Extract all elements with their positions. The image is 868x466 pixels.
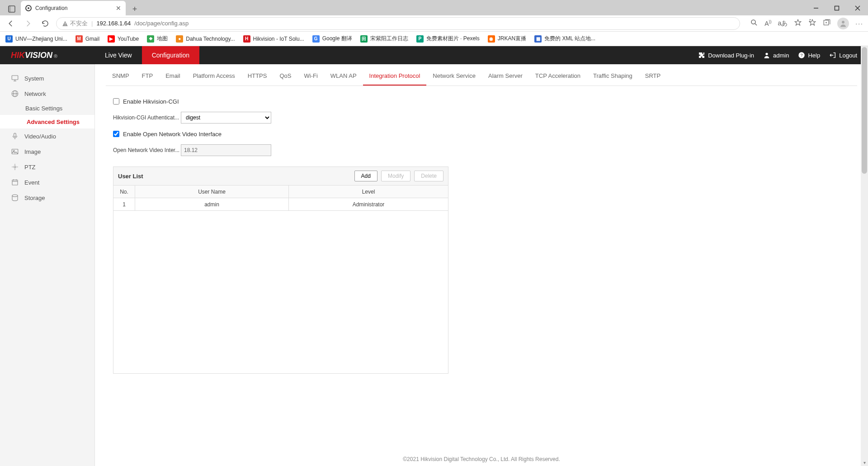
subtab-platform-access[interactable]: Platform Access xyxy=(187,67,241,86)
bookmark-item[interactable]: ◉JRKAN直播 xyxy=(488,35,526,43)
svg-rect-31 xyxy=(12,180,18,185)
subtab-wi-fi[interactable]: Wi-Fi xyxy=(297,67,324,86)
sidebar-item-video-audio[interactable]: Video/Audio xyxy=(0,128,94,144)
not-secure-icon: 不安全 xyxy=(62,19,88,28)
logout-icon xyxy=(829,52,836,59)
logout-link[interactable]: Logout xyxy=(829,52,857,59)
subtab-ftp[interactable]: FTP xyxy=(136,67,160,86)
subtab-tcp-acceleration[interactable]: TCP Acceleration xyxy=(529,67,587,86)
bookmark-item[interactable]: UUNV—Zhejiang Uni... xyxy=(5,35,67,43)
bookmark-label: UNV—Zhejiang Uni... xyxy=(15,36,67,42)
bookmark-favicon: G xyxy=(312,35,320,43)
tab-title: Configuration xyxy=(35,5,67,11)
scrollbar-down-arrow[interactable]: ▾ xyxy=(861,460,868,465)
help-icon: ? xyxy=(798,52,805,59)
bookmark-label: 宋紫阳工作日志 xyxy=(370,35,408,43)
image-icon xyxy=(11,147,19,156)
search-icon[interactable] xyxy=(750,19,758,28)
nav-forward-button[interactable] xyxy=(22,17,34,30)
enable-onvif-checkbox[interactable] xyxy=(113,131,119,137)
delete-button[interactable]: Delete xyxy=(414,171,443,181)
cgi-auth-select[interactable]: digest xyxy=(181,112,271,124)
window-close-button[interactable] xyxy=(847,1,868,15)
bookmark-label: Hikvision - IoT Solu... xyxy=(253,36,304,42)
subtab-network-service[interactable]: Network Service xyxy=(426,67,482,86)
add-button[interactable]: Add xyxy=(354,171,377,181)
bookmark-item[interactable]: ▦免费的 XML 站点地... xyxy=(534,35,595,43)
modify-button[interactable]: Modify xyxy=(381,171,410,181)
page-footer: ©2021 Hikvision Digital Technology Co., … xyxy=(95,456,868,462)
app-topnav: HIKVISION ® Live View Configuration Down… xyxy=(0,46,868,64)
bookmark-item[interactable]: ❖地图 xyxy=(147,35,168,43)
bookmark-label: 免费的 XML 站点地... xyxy=(544,35,595,43)
profile-avatar[interactable] xyxy=(837,18,849,29)
subtab-wlan-ap[interactable]: WLAN AP xyxy=(324,67,363,86)
window-maximize-button[interactable] xyxy=(826,1,847,15)
user-list-panel: User List Add Modify Delete No. User Nam… xyxy=(113,166,448,374)
bookmark-item[interactable]: MGmail xyxy=(75,35,99,43)
new-tab-button[interactable]: + xyxy=(128,3,141,15)
bookmark-favicon: ▦ xyxy=(534,35,542,43)
subtab-qos[interactable]: QoS xyxy=(273,67,297,86)
tab-overview-button[interactable] xyxy=(5,3,18,15)
collections-icon[interactable] xyxy=(823,19,831,28)
subtab-bar: SNMPFTPEmailPlatform AccessHTTPSQoSWi-Fi… xyxy=(106,64,857,86)
window-minimize-button[interactable] xyxy=(806,1,826,15)
browser-tabbar: Configuration ✕ + xyxy=(0,0,868,15)
subtab-integration-protocol[interactable]: Integration Protocol xyxy=(363,67,427,86)
bookmarks-bar: UUNV—Zhejiang Uni...MGmail▶YouTube❖地图●Da… xyxy=(0,32,868,46)
bookmark-item[interactable]: 田宋紫阳工作日志 xyxy=(360,35,408,43)
sidebar-item-storage[interactable]: Storage xyxy=(0,190,94,205)
bookmark-label: 地图 xyxy=(157,35,168,43)
bookmark-item[interactable]: GGoogle 翻译 xyxy=(312,35,352,43)
user-icon xyxy=(763,52,770,59)
nav-back-button[interactable] xyxy=(5,17,17,30)
sidebar-item-event[interactable]: Event xyxy=(0,175,94,190)
download-plugin-link[interactable]: Download Plug-in xyxy=(698,52,754,59)
sidebar-item-image[interactable]: Image xyxy=(0,144,94,159)
current-user[interactable]: admin xyxy=(763,52,789,59)
enable-cgi-checkbox[interactable] xyxy=(113,98,119,105)
ptz-icon xyxy=(11,163,19,171)
bookmark-label: 免费素材图片 · Pexels xyxy=(426,35,480,43)
nav-reload-button[interactable] xyxy=(39,17,52,30)
subtab-https[interactable]: HTTPS xyxy=(241,67,274,86)
puzzle-icon xyxy=(698,52,705,59)
table-row[interactable]: 1adminAdministrator xyxy=(113,198,448,211)
bookmark-item[interactable]: ▶YouTube xyxy=(108,35,139,43)
browser-menu-icon[interactable]: ··· xyxy=(855,20,863,27)
bookmark-item[interactable]: P免费素材图片 · Pexels xyxy=(416,35,480,43)
tab-close-icon[interactable]: ✕ xyxy=(116,5,121,12)
sidebar-item-system[interactable]: System xyxy=(0,71,94,86)
svg-rect-3 xyxy=(835,6,839,10)
cgi-auth-label: Hikvision-CGI Authenticat... xyxy=(113,114,181,121)
bookmark-item[interactable]: HHikvision - IoT Solu... xyxy=(243,35,304,43)
favorite-icon[interactable] xyxy=(794,19,802,28)
nav-live-view[interactable]: Live View xyxy=(95,46,142,64)
svg-line-9 xyxy=(755,24,757,25)
bookmark-favicon: ● xyxy=(176,35,183,43)
subtab-alarm-server[interactable]: Alarm Server xyxy=(482,67,529,86)
url-field[interactable]: 不安全 | 192.168.1.64/doc/page/config.asp xyxy=(56,17,740,30)
vertical-scrollbar[interactable]: ▾ xyxy=(861,46,868,466)
subtab-snmp[interactable]: SNMP xyxy=(106,67,136,86)
help-link[interactable]: ? Help xyxy=(798,52,820,59)
sidebar-sub-advanced-settings[interactable]: Advanced Settings xyxy=(0,115,94,128)
bookmark-item[interactable]: ●Dahua Technology... xyxy=(176,35,235,43)
subtab-srtp[interactable]: SRTP xyxy=(639,67,667,86)
network-icon xyxy=(11,90,19,98)
hikvision-logo: HIKVISION ® xyxy=(0,51,95,60)
favorites-list-icon[interactable] xyxy=(808,19,816,28)
sidebar-item-network[interactable]: Network xyxy=(0,86,94,101)
browser-tab-active[interactable]: Configuration ✕ xyxy=(21,1,126,15)
sidebar-sub-basic-settings[interactable]: Basic Settings xyxy=(0,101,94,115)
read-aloud-icon[interactable]: A)) xyxy=(764,19,771,27)
scrollbar-thumb[interactable] xyxy=(862,47,867,174)
subtab-traffic-shaping[interactable]: Traffic Shaping xyxy=(587,67,639,86)
sidebar-item-ptz[interactable]: PTZ xyxy=(0,159,94,175)
subtab-email[interactable]: Email xyxy=(159,67,187,86)
user-list-title: User List xyxy=(118,173,143,180)
svg-rect-7 xyxy=(65,24,65,25)
nav-configuration[interactable]: Configuration xyxy=(142,46,199,64)
translate-icon[interactable]: aあ xyxy=(778,19,788,28)
